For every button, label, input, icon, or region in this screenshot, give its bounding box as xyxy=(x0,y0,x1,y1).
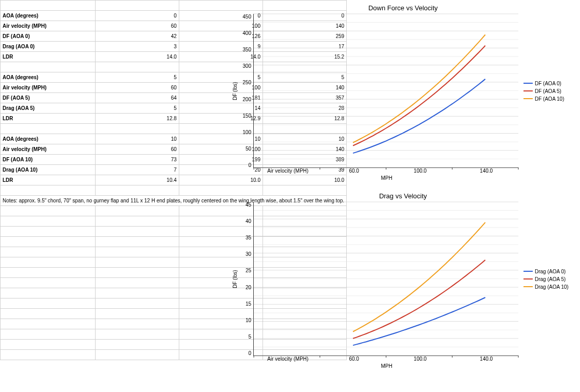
x-tick: Air velocity (MPH) xyxy=(267,168,308,174)
row-label: AOA (degrees) xyxy=(1,134,96,144)
empty-cell[interactable] xyxy=(95,350,179,360)
series-line xyxy=(353,260,485,339)
y-tick: 100 xyxy=(239,129,251,135)
legend-item: Drag (AOA 10) xyxy=(523,284,575,290)
empty-cell[interactable] xyxy=(1,350,96,360)
cell-value[interactable]: 10 xyxy=(95,134,179,144)
empty-cell[interactable] xyxy=(1,185,96,196)
legend-label: Drag (AOA 5) xyxy=(535,276,566,282)
empty-cell[interactable] xyxy=(95,237,179,247)
empty-cell[interactable] xyxy=(95,319,179,329)
empty-cell[interactable] xyxy=(1,288,96,298)
x-ticks: Air velocity (MPH)60.0100.0140.0 xyxy=(255,168,518,175)
legend-swatch xyxy=(523,278,533,279)
empty-cell[interactable] xyxy=(1,227,96,237)
row-label: DF (AOA 0) xyxy=(1,31,96,42)
cell-value[interactable]: 73 xyxy=(95,155,179,165)
empty-cell[interactable] xyxy=(95,298,179,309)
legend: DF (AOA 0)DF (AOA 5)DF (AOA 10) xyxy=(518,14,575,168)
row-label: Air velocity (MPH) xyxy=(1,83,96,93)
cell-value[interactable]: 64 xyxy=(95,93,179,103)
empty-cell[interactable] xyxy=(1,329,96,340)
y-tick: 5 xyxy=(239,334,251,340)
y-tick: 0 xyxy=(239,162,251,168)
series-line xyxy=(353,79,485,153)
empty-cell[interactable] xyxy=(95,124,179,134)
empty-cell[interactable] xyxy=(1,237,96,247)
empty-cell[interactable] xyxy=(1,278,96,288)
row-label: Air velocity (MPH) xyxy=(1,21,96,31)
empty-cell[interactable] xyxy=(95,268,179,278)
legend-item: Drag (AOA 5) xyxy=(523,276,575,282)
empty-cell[interactable] xyxy=(1,216,96,227)
legend-label: DF (AOA 5) xyxy=(535,88,562,94)
empty-cell[interactable] xyxy=(1,247,96,257)
series-line xyxy=(353,46,485,146)
cell-value[interactable]: 60 xyxy=(95,144,179,155)
cell-value[interactable]: 7 xyxy=(95,165,179,175)
empty-cell[interactable] xyxy=(95,62,179,72)
cell-value[interactable]: 60 xyxy=(95,21,179,31)
empty-cell[interactable] xyxy=(95,309,179,319)
empty-cell[interactable] xyxy=(1,257,96,268)
x-axis-label: MPH xyxy=(255,175,518,181)
x-tick: 100.0 xyxy=(414,356,426,362)
series-line xyxy=(353,222,485,332)
cell-value[interactable]: 42 xyxy=(95,31,179,42)
y-tick: 0 xyxy=(239,350,251,356)
empty-cell[interactable] xyxy=(95,278,179,288)
cell-value[interactable]: 5 xyxy=(95,72,179,83)
x-tick: 60.0 xyxy=(349,356,359,362)
empty-cell[interactable] xyxy=(95,206,179,216)
empty-cell[interactable] xyxy=(95,288,179,298)
empty-cell[interactable] xyxy=(95,247,179,257)
row-label: Drag (AOA 0) xyxy=(1,42,96,52)
cell-value[interactable]: 10.4 xyxy=(95,175,179,185)
y-tick: 200 xyxy=(239,97,251,102)
y-tick: 40 xyxy=(239,218,251,224)
empty-cell[interactable] xyxy=(1,1,96,11)
y-axis-label: DF (lbs) xyxy=(231,14,239,168)
y-tick: 150 xyxy=(239,113,251,119)
legend-swatch xyxy=(523,98,533,99)
empty-cell[interactable] xyxy=(95,329,179,340)
y-tick: 300 xyxy=(239,63,251,69)
legend: Drag (AOA 0)Drag (AOA 5)Drag (AOA 10) xyxy=(518,202,575,356)
empty-cell[interactable] xyxy=(1,124,96,134)
empty-cell[interactable] xyxy=(1,298,96,309)
empty-cell[interactable] xyxy=(95,1,179,11)
empty-cell[interactable] xyxy=(1,268,96,278)
cell-value[interactable]: 12.8 xyxy=(95,114,179,124)
y-tick: 50 xyxy=(239,146,251,152)
legend-swatch xyxy=(523,83,533,84)
empty-cell[interactable] xyxy=(95,340,179,350)
empty-cell[interactable] xyxy=(95,227,179,237)
row-label: Air velocity (MPH) xyxy=(1,144,96,155)
legend-label: Drag (AOA 0) xyxy=(535,269,566,274)
empty-cell[interactable] xyxy=(1,319,96,329)
empty-cell[interactable] xyxy=(1,340,96,350)
cell-value[interactable]: 0 xyxy=(95,11,179,21)
empty-cell[interactable] xyxy=(95,257,179,268)
legend-label: Drag (AOA 10) xyxy=(535,284,569,290)
row-label: LDR xyxy=(1,175,96,185)
empty-cell[interactable] xyxy=(1,62,96,72)
y-axis-label: DF (lbs) xyxy=(231,202,239,356)
row-label: AOA (degrees) xyxy=(1,11,96,21)
empty-cell[interactable] xyxy=(1,206,96,216)
empty-cell[interactable] xyxy=(95,185,179,196)
y-tick: 30 xyxy=(239,251,251,257)
row-label: LDR xyxy=(1,52,96,62)
empty-cell[interactable] xyxy=(1,309,96,319)
y-tick: 35 xyxy=(239,235,251,240)
cell-value[interactable]: 5 xyxy=(95,103,179,114)
x-tick: 140.0 xyxy=(480,356,493,362)
cell-value[interactable]: 3 xyxy=(95,42,179,52)
row-label: DF (AOA 10) xyxy=(1,155,96,165)
plot-area xyxy=(253,202,518,356)
cell-value[interactable]: 60 xyxy=(95,83,179,93)
cell-value[interactable]: 14.0 xyxy=(95,52,179,62)
legend-item: DF (AOA 10) xyxy=(523,96,575,102)
legend-label: DF (AOA 10) xyxy=(535,96,564,102)
empty-cell[interactable] xyxy=(95,216,179,227)
